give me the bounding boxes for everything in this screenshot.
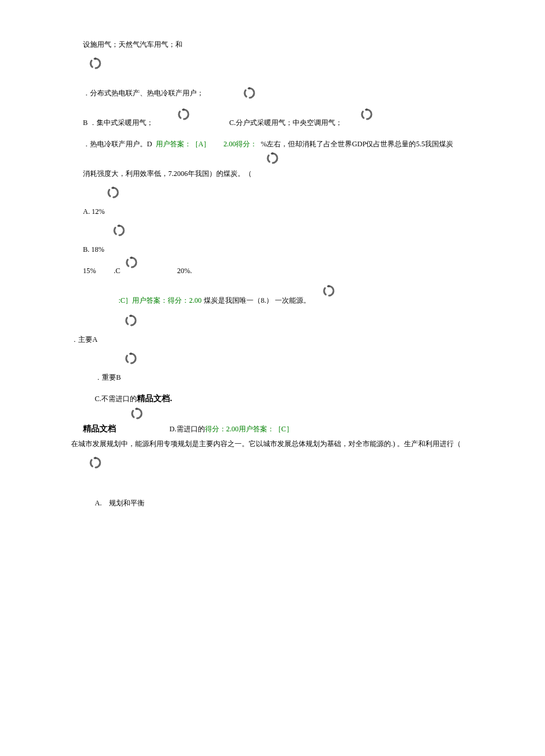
text-fragment-top: 设施用气；天然气汽车用气；和 — [71, 39, 474, 50]
q6-opt-c-text: C.分户式采暖用气；中央空调用气； — [229, 117, 342, 128]
q9-stem: 在城市发展规划中，能源利用专项规划是主要内容之一。它以城市发展总体规划为基础，对… — [71, 438, 474, 449]
q7-opt-a: A. 12% — [71, 206, 474, 217]
spinner-icon — [266, 152, 279, 165]
q8-opt-b: ．重要B — [71, 372, 474, 383]
spinner-icon — [125, 256, 138, 269]
spinner-icon — [124, 314, 137, 327]
spinner-icon — [124, 352, 137, 365]
q7-opt-c-left: 15% — [83, 265, 96, 276]
q8-d-row: 精品文档 D.需进口的 得分：2.00用户答案：［C］ — [71, 422, 474, 435]
q7-ans-q8-stem-row: :C］用户答案：得分：2.00 煤炭是我国唯一（8.） 一次能源。 — [71, 294, 474, 307]
spinner-icon — [113, 224, 126, 237]
boutique-doc-2: 精品文档 — [83, 422, 116, 435]
q6-opt-bc-row: B ．集中式采暖用气； C.分户式采暖用气；中央空调用气； — [71, 116, 474, 129]
q7-stem-part2: 消耗强度大，利用效率低，7.2006年我国）的煤炭。（ — [71, 168, 474, 179]
q8-opt-a: ．主要A — [71, 334, 474, 345]
spinner-icon — [89, 456, 102, 469]
spinner-icon — [322, 284, 335, 297]
q6-score: 2.00得分： — [223, 139, 257, 149]
q7-opt-b: B. 18% — [71, 244, 474, 255]
q7-spinner-row — [71, 152, 474, 165]
q8-opt-c-prefix: C.不需进口的 — [95, 393, 137, 404]
q9-opt-a: A. 规划和平衡 — [71, 498, 474, 508]
q6-opt-d-text: ．热电冷联产用户。D — [83, 139, 152, 149]
spinner-icon — [177, 108, 190, 121]
q8-opt-c-row: C.不需进口的 精品文档. — [71, 392, 474, 405]
spinner-icon — [130, 407, 143, 420]
spinner-icon — [243, 87, 256, 100]
q8-answer: 得分：2.00用户答案：［C］ — [205, 424, 293, 434]
q6-d-answer-row: ．热电冷联产用户。D 用户答案：［A］ 2.00得分： %左右，但却消耗了占全世… — [71, 139, 474, 149]
spinner-icon — [107, 186, 120, 199]
q6-opt-a-text: ．分布式热电联产、热电冷联产用户； — [83, 88, 204, 98]
q6-opt-b-text: B ．集中式采暖用气； — [83, 117, 153, 128]
q6-opt-a-row: ．分布式热电联产、热电冷联产用户； — [71, 87, 474, 100]
boutique-doc-1: 精品文档. — [137, 392, 172, 405]
q7-stem-part1: %左右，但却消耗了占全世界GDP仅占世界总量的5.5我国煤炭 — [261, 139, 453, 149]
q7-opt-c-right: 20%. — [177, 265, 192, 276]
q8-stem: 煤炭是我国唯一（8.） 一次能源。 — [204, 295, 310, 306]
q7-answer: :C］用户答案：得分：2.00 — [118, 295, 201, 306]
spinner-icon — [89, 57, 102, 70]
q7-opt-c-mid: .C — [114, 265, 120, 276]
q8-opt-d-prefix: D.需进口的 — [169, 424, 205, 434]
q7-opt-c-row: 15% .C 20%. — [71, 264, 474, 277]
q6-answer: 用户答案：［A］ — [156, 139, 211, 149]
spinner-icon — [360, 108, 373, 121]
